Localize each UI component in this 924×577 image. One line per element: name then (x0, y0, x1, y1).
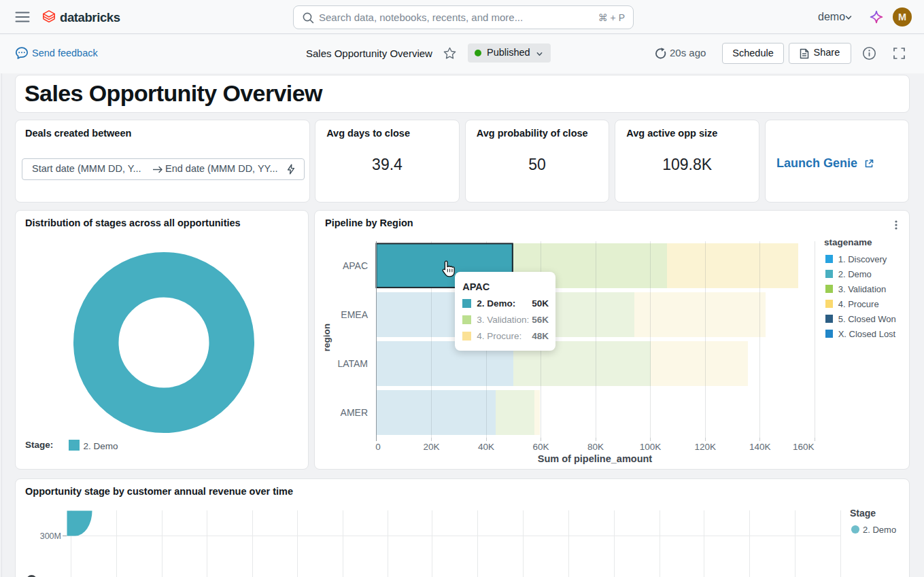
svg-text:140K: 140K (749, 442, 771, 452)
svg-text:EMEA: EMEA (341, 309, 368, 320)
svg-text:40K: 40K (478, 442, 494, 452)
svg-text:region: region (322, 324, 332, 351)
svg-text:LATAM: LATAM (337, 358, 368, 369)
svg-text:60K: 60K (532, 442, 549, 452)
svg-text:Sum of pipeline_amount: Sum of pipeline_amount (538, 453, 653, 464)
svg-text:120K: 120K (694, 442, 716, 452)
svg-text:AMER: AMER (341, 407, 368, 418)
svg-text:100K: 100K (640, 442, 662, 452)
svg-text:80K: 80K (587, 442, 604, 452)
svg-text:20K: 20K (423, 442, 439, 452)
svg-text:300M: 300M (39, 531, 61, 541)
svg-text:0: 0 (375, 442, 381, 452)
svg-text:APAC: APAC (343, 260, 368, 271)
svg-text:160K: 160K (793, 442, 815, 452)
